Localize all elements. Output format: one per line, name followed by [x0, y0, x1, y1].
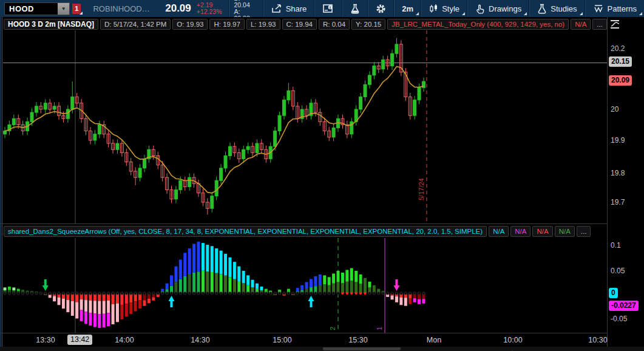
calendar-info-icon	[322, 4, 334, 14]
time-tick-label: 14:00	[108, 336, 141, 344]
axis-tick-label: 20	[611, 105, 619, 114]
gear-icon	[376, 4, 386, 14]
study-value-pill[interactable]: N/A	[571, 19, 591, 30]
chart-title-pill[interactable]: HOOD 3 D 2m [NASDAQ]	[4, 19, 98, 30]
marker-label: 1	[376, 327, 383, 330]
patterns-icon	[593, 4, 604, 13]
company-name: ROBINHOOD M...	[93, 4, 152, 13]
study-pill[interactable]: JB_LRC_METAL_Today_Only (400, 929, 1429,…	[387, 19, 569, 30]
study-na-pill[interactable]: N/A	[532, 226, 552, 237]
axis-price-bubble: 20.09	[609, 75, 632, 86]
zoom-controls[interactable]: +○○	[510, 348, 535, 351]
time-tick-label: 15:00	[266, 336, 299, 344]
timeframe-dropdown[interactable]: 2m	[395, 0, 421, 17]
ohlc-fields: D: 5/17/24, 1:42 PMO: 19.93H: 19.97L: 19…	[100, 19, 385, 30]
study-more-pill[interactable]: ...	[577, 226, 591, 237]
last-price: 20.09	[165, 2, 191, 15]
settings-button[interactable]	[368, 0, 393, 17]
axis-tick-label: -0.05	[611, 315, 627, 323]
ohlc-field: R: 0.04	[319, 19, 350, 30]
patterns-label: Patterns	[608, 4, 637, 13]
squeeze-study-pill[interactable]: shared_Dans2_SqueezeArrows (Off, yes, CL…	[4, 226, 487, 237]
timeframe-label: 2m	[402, 4, 413, 13]
marker-label: 2	[329, 327, 336, 330]
patterns-dropdown[interactable]: Patterns	[586, 0, 644, 17]
left-edge	[0, 17, 1, 351]
time-tick-label: 13:30	[29, 336, 62, 344]
axis-tick-label: 19.9	[611, 136, 625, 145]
flask-icon	[350, 4, 360, 14]
studies-dropdown[interactable]: Studies	[530, 0, 584, 17]
study-values: N/AN/AN/AN/A	[489, 226, 575, 237]
style-label: Style	[442, 4, 459, 13]
flask-icon	[537, 4, 547, 14]
time-tick-label: 15:30	[342, 336, 375, 344]
axis-tick-label: 0.05	[611, 267, 625, 275]
chart-scrollbar[interactable]	[0, 347, 644, 351]
time-tick-label: 10:00	[497, 336, 529, 344]
share-icon	[271, 4, 282, 13]
time-axis[interactable]: 13:3014:0014:3015:0015:30Mon10:0010:3013…	[0, 333, 607, 347]
more-pill[interactable]: ...	[592, 19, 607, 30]
hand-icon	[475, 4, 485, 14]
price-axis[interactable]: 20.22019.919.819.70.10.05-0.0520.1520.09…	[608, 17, 644, 347]
price-change: +2.19 +12.23%	[197, 2, 222, 15]
top-toolbar: HOOD ▼ 1 ROBINHOOD M... 20.09 +2.19 +12.…	[0, 0, 644, 17]
drawings-label: Drawings	[489, 4, 521, 13]
share-button[interactable]: Share	[264, 0, 314, 17]
ohlc-field: D: 5/17/24, 1:42 PM	[100, 19, 171, 30]
style-dropdown[interactable]: Style	[422, 0, 467, 17]
alert-badge[interactable]: 1	[72, 4, 81, 14]
study-na-pill[interactable]: N/A	[510, 226, 530, 237]
study-header-row: shared_Dans2_SqueezeArrows (Off, yes, CL…	[4, 226, 591, 237]
ohlc-field: H: 19.97	[209, 19, 244, 30]
study-na-pill[interactable]: N/A	[555, 226, 575, 237]
time-tick-label: 14:30	[184, 336, 217, 344]
axis-price-bubble: 0	[609, 288, 618, 298]
time-cursor-bubble: 13:42	[67, 335, 92, 345]
chart-panel[interactable]: HOOD 3 D 2m [NASDAQ] D: 5/17/24, 1:42 PM…	[0, 17, 644, 351]
down-arrow-signal	[393, 279, 399, 291]
axis-tick-label: 19.8	[611, 169, 625, 177]
symbol-input[interactable]: HOOD	[5, 4, 58, 13]
trading-platform-window: HOOD ▼ 1 ROBINHOOD M... 20.09 +2.19 +12.…	[0, 0, 644, 351]
axis-price-bubble: 20.15	[609, 56, 632, 67]
axis-tick-label: 19.7	[611, 198, 625, 206]
panel-separator	[0, 223, 607, 224]
ohlc-field: O: 19.93	[172, 19, 208, 30]
squeeze-histogram-chart[interactable]: 21	[3, 238, 607, 333]
symbol-dropdown-button[interactable]: ▼	[58, 3, 69, 15]
scrollbar-thumb[interactable]	[323, 347, 401, 350]
candlestick-icon	[429, 4, 438, 13]
axis-tick-label: 0.1	[611, 241, 621, 250]
share-label: Share	[286, 4, 307, 13]
axis-price-bubble: -0.0227	[609, 301, 639, 311]
change-percent: +12.23%	[197, 9, 222, 15]
ohlc-field: L: 19.93	[246, 19, 280, 30]
toolbar-divider	[228, 0, 229, 17]
study-na-pill[interactable]: N/A	[489, 226, 509, 237]
up-arrow-signal	[308, 296, 314, 307]
up-arrow-signal	[169, 296, 175, 307]
drawings-dropdown[interactable]: Drawings	[468, 0, 529, 17]
bid-value: B: 20.04	[234, 0, 257, 9]
main-price-chart[interactable]: 5/17/24	[3, 30, 607, 223]
symbol-combo[interactable]: HOOD ▼	[4, 2, 70, 15]
axis-tick-label: 20.2	[611, 44, 625, 53]
ohlc-field: C: 19.94	[282, 19, 317, 30]
ohlc-field: Y: 20.15	[351, 19, 385, 30]
chart-header-row: HOOD 3 D 2m [NASDAQ] D: 5/17/24, 1:42 PM…	[4, 19, 607, 30]
down-arrow-signal	[42, 279, 49, 291]
time-tick-label: 10:30	[581, 336, 614, 344]
dateline-label: 5/17/24	[418, 178, 425, 200]
left-edge-line	[2, 17, 2, 347]
time-tick-label: Mon	[418, 336, 450, 344]
studies-label: Studies	[551, 4, 577, 13]
calendar-button[interactable]	[315, 0, 342, 17]
analyze-button[interactable]	[343, 0, 367, 17]
